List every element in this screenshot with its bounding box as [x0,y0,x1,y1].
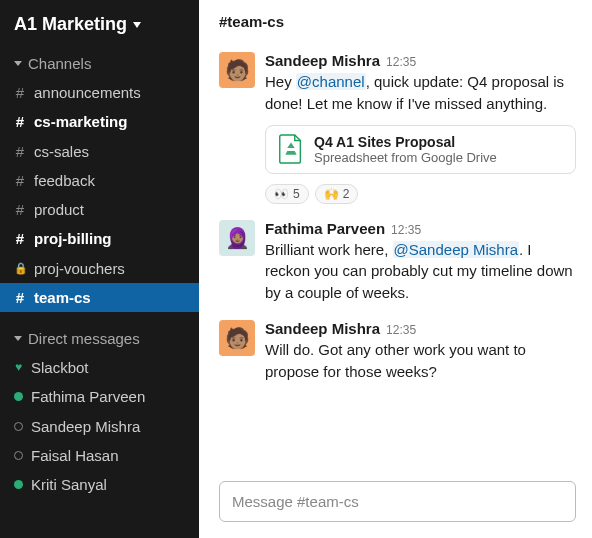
workspace-switcher[interactable]: A1 Marketing [0,10,199,49]
reaction-emoji: 🙌 [324,187,339,201]
sidebar-dm-kriti-sanyal[interactable]: Kriti Sanyal [0,470,199,499]
message-timestamp: 12:35 [386,323,416,337]
chevron-down-icon [133,22,141,28]
presence-away-icon [14,422,23,431]
message-list: 🧑🏽Sandeep Mishra12:35Hey @channel, quick… [219,52,576,477]
reactions: 👀5🙌2 [265,184,576,204]
sidebar-channel-proj-billing[interactable]: #proj-billing [0,224,199,253]
channel-label: cs-marketing [34,110,127,133]
message-body: Sandeep Mishra12:35Will do. Got any othe… [265,320,576,383]
message-body: Sandeep Mishra12:35Hey @channel, quick u… [265,52,576,204]
channel-list: #announcements#cs-marketing#cs-sales#fee… [0,78,199,312]
hash-icon: # [14,140,26,163]
presence-online-icon [14,392,23,401]
channel-label: proj-billing [34,227,111,250]
sidebar-dm-fathima-parveen[interactable]: Fathima Parveen [0,382,199,411]
reaction-emoji: 👀 [274,187,289,201]
message-text: Hey @channel, quick update: Q4 proposal … [265,71,576,115]
dm-label: Sandeep Mishra [31,415,140,438]
channel-label: proj-vouchers [34,257,125,280]
channels-section-header[interactable]: Channels [0,49,199,78]
sidebar-channel-team-cs[interactable]: #team-cs [0,283,199,312]
mention[interactable]: @channel [296,73,366,90]
avatar[interactable]: 🧑🏽 [219,320,255,356]
message-text: Will do. Got any other work you want to … [265,339,576,383]
hash-icon: # [14,81,26,104]
sidebar: A1 Marketing Channels #announcements#cs-… [0,0,199,538]
dm-label: Kriti Sanyal [31,473,107,496]
attachment-title: Q4 A1 Sites Proposal [314,134,497,150]
hash-icon: # [14,286,26,309]
avatar[interactable]: 🧕🏽 [219,220,255,256]
avatar[interactable]: 🧑🏽 [219,52,255,88]
dm-label: Direct messages [28,330,140,347]
sidebar-channel-feedback[interactable]: #feedback [0,166,199,195]
message: 🧑🏽Sandeep Mishra12:35Hey @channel, quick… [219,52,576,204]
hash-icon: # [14,227,26,250]
channel-label: announcements [34,81,141,104]
presence-online-icon [14,480,23,489]
reaction-count: 5 [293,187,300,201]
sidebar-dm-sandeep-mishra[interactable]: Sandeep Mishra [0,412,199,441]
sidebar-dm-slackbot[interactable]: ♥Slackbot [0,353,199,382]
message-body: Fathima Parveen12:35Brilliant work here,… [265,220,576,304]
reaction[interactable]: 🙌2 [315,184,359,204]
dm-label: Faisal Hasan [31,444,119,467]
hash-icon: # [14,198,26,221]
presence-away-icon [14,451,23,460]
dm-label: Slackbot [31,356,89,379]
sidebar-channel-announcements[interactable]: #announcements [0,78,199,107]
mention[interactable]: @Sandeep Mishra [393,241,519,258]
dm-section-header[interactable]: Direct messages [0,324,199,353]
message-author[interactable]: Sandeep Mishra [265,52,380,69]
sidebar-channel-product[interactable]: #product [0,195,199,224]
dm-list: ♥SlackbotFathima ParveenSandeep MishraFa… [0,353,199,499]
reaction-count: 2 [343,187,350,201]
message-text: Brilliant work here, @Sandeep Mishra. I … [265,239,576,304]
message-input[interactable] [219,481,576,522]
message-timestamp: 12:35 [391,223,421,237]
lock-icon: 🔒 [14,260,26,277]
channel-label: feedback [34,169,95,192]
sidebar-dm-faisal-hasan[interactable]: Faisal Hasan [0,441,199,470]
caret-down-icon [14,61,22,66]
reaction[interactable]: 👀5 [265,184,309,204]
hash-icon: # [14,169,26,192]
message-author[interactable]: Sandeep Mishra [265,320,380,337]
sidebar-channel-proj-vouchers[interactable]: 🔒proj-vouchers [0,254,199,283]
channels-label: Channels [28,55,91,72]
main-pane: #team-cs 🧑🏽Sandeep Mishra12:35Hey @chann… [199,0,592,538]
caret-down-icon [14,336,22,341]
channel-label: team-cs [34,286,91,309]
google-drive-icon [278,134,304,164]
sidebar-channel-cs-marketing[interactable]: #cs-marketing [0,107,199,136]
attachment-subtitle: Spreadsheet from Google Drive [314,150,497,165]
composer [219,481,576,522]
workspace-name: A1 Marketing [14,14,127,35]
hash-icon: # [14,110,26,133]
channel-label: product [34,198,84,221]
dm-label: Fathima Parveen [31,385,145,408]
heart-icon: ♥ [14,358,23,377]
file-attachment[interactable]: Q4 A1 Sites Proposal Spreadsheet from Go… [265,125,576,174]
message: 🧑🏽Sandeep Mishra12:35Will do. Got any ot… [219,320,576,383]
channel-title: #team-cs [219,13,576,52]
message: 🧕🏽Fathima Parveen12:35Brilliant work her… [219,220,576,304]
message-timestamp: 12:35 [386,55,416,69]
sidebar-channel-cs-sales[interactable]: #cs-sales [0,137,199,166]
channel-label: cs-sales [34,140,89,163]
message-author[interactable]: Fathima Parveen [265,220,385,237]
